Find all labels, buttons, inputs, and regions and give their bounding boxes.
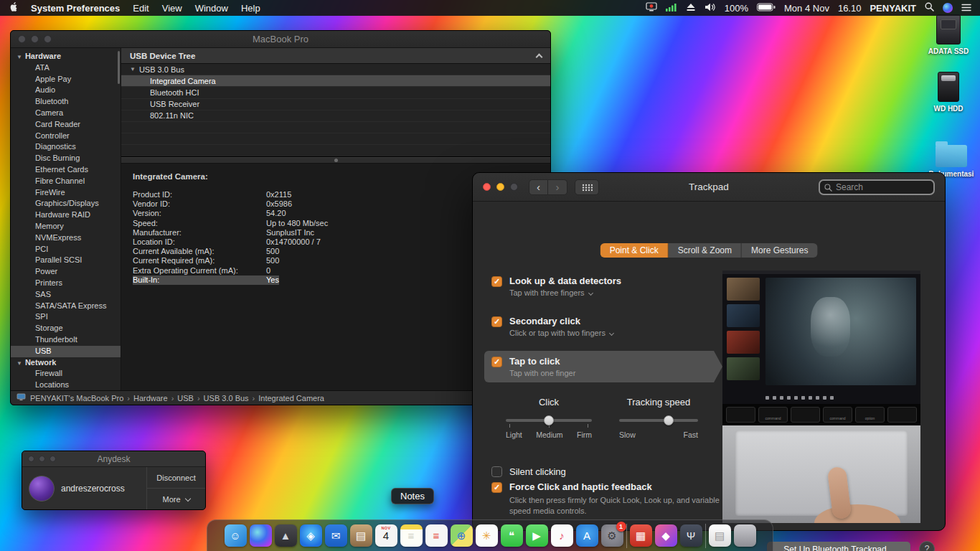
dock-launchpad[interactable]: ▲ — [275, 524, 297, 547]
disconnect-button[interactable]: Disconnect — [147, 467, 205, 489]
back-button[interactable]: ‹ — [529, 179, 548, 195]
sidebar-row[interactable]: ▼USB — [11, 346, 121, 357]
option-force-click[interactable]: ✓ Force Click and haptic feedback Click … — [491, 481, 725, 517]
pane-splitter[interactable] — [121, 157, 550, 164]
dock-facetime[interactable]: ▶ — [526, 524, 548, 547]
tracking-speed-slider[interactable] — [619, 419, 698, 422]
dock-app-gem[interactable]: ◆ — [655, 524, 677, 547]
sidebar-row[interactable]: ▼ATA — [11, 62, 121, 74]
zoom-button[interactable] — [510, 183, 518, 191]
tree-child-row[interactable]: Bluetooth HCI — [121, 87, 550, 98]
dock-photos[interactable]: ✳ — [476, 524, 498, 547]
click-slider[interactable] — [506, 419, 592, 422]
window-titlebar[interactable]: ‹ › Trackpad — [473, 173, 945, 202]
option-silent-clicking[interactable]: ✓ Silent clicking — [491, 466, 566, 477]
sidebar-row[interactable]: ▼Memory — [11, 221, 121, 232]
dock-trash[interactable] — [734, 524, 756, 547]
dock-contacts[interactable]: ▤ — [350, 524, 372, 547]
sidebar-row[interactable]: ▼FireWire — [11, 187, 121, 199]
desktop-icon-wd-hdd[interactable]: WD HDD — [928, 72, 969, 113]
disclosure-triangle-icon[interactable]: ▼ — [130, 66, 136, 72]
search-input[interactable] — [836, 182, 929, 192]
tree-child-row[interactable] — [121, 133, 550, 145]
sidebar-row[interactable]: ▼PCI — [11, 244, 121, 255]
checkbox[interactable]: ✓ — [491, 357, 502, 367]
menu-window[interactable]: Window — [195, 3, 228, 14]
desktop-icon-adata-ssd[interactable]: ADATA SSD — [928, 14, 969, 55]
sidebar-row[interactable]: ▼Hardware — [11, 51, 121, 62]
tree-root-row[interactable]: ▼ USB 3.0 Bus — [121, 64, 550, 75]
dock-system-preferences[interactable]: ⚙ 1 — [601, 524, 623, 547]
usb-device-tree-header[interactable]: USB Device Tree — [121, 48, 550, 64]
breadcrumb-item[interactable]: Integrated Camera — [249, 394, 324, 402]
checkbox[interactable]: ✓ — [491, 466, 502, 477]
checkbox[interactable]: ✓ — [491, 276, 502, 287]
menu-edit[interactable]: Edit — [133, 3, 149, 14]
breadcrumb-item[interactable]: PENYAKIT's MacBook Pro — [30, 394, 123, 402]
sidebar-row[interactable]: ▼Diagnostics — [11, 141, 121, 153]
dock-safari[interactable]: ◈ — [300, 524, 322, 547]
zoom-button[interactable] — [44, 35, 52, 43]
dock-mail[interactable]: ✉ — [325, 524, 347, 547]
dock-separator[interactable] — [626, 524, 627, 548]
minimize-button[interactable] — [31, 35, 39, 43]
minimize-button[interactable] — [496, 183, 504, 191]
signal-bars-icon[interactable] — [666, 3, 677, 14]
tree-child-row[interactable] — [121, 145, 550, 156]
tab[interactable]: Point & Click — [600, 243, 669, 258]
dock-calendar[interactable]: NOV 4 — [375, 524, 397, 547]
sidebar-row[interactable]: ▼Controller — [11, 131, 121, 142]
option-look-up[interactable]: ✓ Look up & data detectors Tap with thre… — [484, 270, 721, 302]
dock-music[interactable]: ♪ — [551, 524, 573, 547]
dock-maps[interactable]: ⊕ — [451, 524, 473, 547]
option-tap-to-click[interactable]: ✓ Tap to click Tap with one finger — [484, 351, 722, 382]
sidebar-row[interactable]: ▼SPI — [11, 311, 121, 323]
breadcrumb-item[interactable]: USB — [168, 394, 194, 402]
app-menu-title[interactable]: System Preferences — [31, 3, 120, 14]
sidebar-row[interactable]: ▼Hardware RAID — [11, 209, 121, 221]
show-all-button[interactable] — [575, 179, 599, 195]
window-titlebar[interactable]: Anydesk — [22, 451, 205, 467]
siri-icon[interactable] — [943, 3, 953, 13]
menu-help[interactable]: Help — [241, 3, 260, 14]
sidebar-row[interactable]: ▼Camera — [11, 108, 121, 119]
volume-icon[interactable] — [705, 3, 716, 14]
notification-center-icon[interactable] — [961, 3, 971, 14]
dock-separator[interactable] — [705, 524, 706, 548]
eject-icon[interactable] — [686, 3, 696, 14]
tab[interactable]: Scroll & Zoom — [669, 243, 742, 258]
chevron-down-icon[interactable] — [609, 331, 614, 336]
apple-menu-icon[interactable] — [9, 1, 18, 14]
sidebar-row[interactable]: ▼Power — [11, 266, 121, 278]
dock-app-store[interactable]: A — [576, 524, 598, 547]
window-titlebar[interactable]: MacBook Pro — [11, 31, 550, 48]
dock-siri[interactable] — [250, 524, 272, 547]
breadcrumb-item[interactable]: USB 3.0 Bus — [194, 394, 249, 402]
battery-icon[interactable] — [757, 3, 776, 14]
forward-button[interactable]: › — [548, 179, 567, 195]
collapse-chevron-icon[interactable] — [536, 53, 543, 60]
menu-bar-time[interactable]: 16.10 — [838, 3, 862, 14]
sidebar-row[interactable]: ▼Firewall — [11, 368, 121, 380]
checkbox[interactable]: ✓ — [491, 316, 502, 327]
disclosure-triangle-icon[interactable]: ▼ — [17, 360, 22, 367]
anydesk-status-icon[interactable] — [646, 2, 657, 14]
option-secondary-click[interactable]: ✓ Secondary click Click or tap with two … — [484, 311, 721, 342]
disclosure-triangle-icon[interactable]: ▼ — [17, 54, 22, 60]
tree-child-row[interactable]: Integrated Camera — [121, 75, 550, 87]
dock-app-hook[interactable]: Ψ — [680, 524, 702, 547]
breadcrumb-item[interactable]: Hardware — [123, 394, 167, 402]
tree-child-row[interactable]: USB Receiver — [121, 99, 550, 110]
sidebar-row[interactable]: ▼Fibre Channel — [11, 176, 121, 187]
slider-thumb[interactable] — [664, 415, 674, 425]
sidebar-row[interactable]: ▼Bluetooth — [11, 96, 121, 108]
sidebar-row[interactable]: ▼Network — [11, 357, 121, 369]
tab[interactable]: More Gestures — [742, 243, 817, 258]
sidebar-row[interactable]: ▼Graphics/Displays — [11, 198, 121, 209]
dock-notes[interactable]: ≡ — [400, 524, 423, 547]
sidebar-row[interactable]: ▼SATA/SATA Express — [11, 301, 121, 312]
sidebar-row[interactable]: ▼Ethernet Cards — [11, 164, 121, 176]
chevron-down-icon[interactable] — [588, 291, 593, 296]
sidebar-row[interactable]: ▼Card Reader — [11, 119, 121, 131]
close-button[interactable] — [483, 183, 491, 191]
